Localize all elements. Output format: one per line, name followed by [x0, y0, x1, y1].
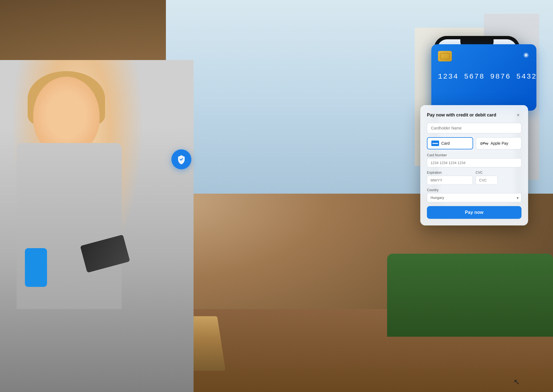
country-wrapper: Hungary United States United Kingdom Ger… — [427, 193, 521, 202]
modal-close-button[interactable]: × — [515, 112, 521, 118]
card-number-label: Card Number — [427, 153, 521, 157]
card-nfc-icon — [522, 51, 530, 59]
cardholder-name-input[interactable] — [427, 123, 521, 133]
modal-header: Pay now with credit or debit card × — [427, 112, 521, 118]
tab-applepay-button[interactable]: @Pay Apple Pay — [476, 137, 521, 149]
card-chip-icon — [438, 51, 452, 61]
person-head — [33, 77, 100, 154]
cvc-label: CVC — [476, 171, 498, 175]
country-select[interactable]: Hungary United States United Kingdom Ger… — [427, 193, 521, 202]
card-number-field-group: Card Number — [427, 153, 521, 167]
person-body — [17, 143, 122, 309]
card-number-input[interactable] — [427, 158, 521, 167]
security-badge — [171, 149, 191, 169]
person-silhouette — [0, 60, 194, 392]
expiration-label: Expiration — [427, 171, 473, 175]
person-phone — [25, 248, 47, 287]
expiry-cvc-row: Expiration CVC — [427, 171, 521, 185]
person-card — [80, 235, 130, 273]
card-number-group1: 1234 — [438, 72, 458, 81]
applepay-icon: @Pay — [480, 142, 488, 145]
payment-modal: Pay now with credit or debit card × Card… — [420, 105, 528, 225]
card-number-group3: 9876 — [490, 72, 511, 81]
background-greenery — [387, 254, 553, 337]
card-number-group4: 5432 — [516, 72, 537, 81]
credit-card-visual: 1234 5678 9876 5432 — [431, 44, 536, 111]
card-number: 1234 5678 9876 5432 — [438, 72, 530, 81]
country-field-group: Country Hungary United States United Kin… — [427, 188, 521, 202]
tab-applepay-label: Apple Pay — [491, 141, 508, 146]
payment-tabs: Card @Pay Apple Pay — [427, 137, 521, 149]
pay-now-button[interactable]: Pay now — [427, 206, 521, 219]
card-number-group2: 5678 — [464, 72, 484, 81]
shield-icon — [176, 154, 186, 164]
tab-card-label: Card — [441, 141, 450, 146]
tab-card-button[interactable]: Card — [427, 137, 473, 149]
card-tab-icon — [431, 141, 439, 146]
cvc-input[interactable] — [476, 176, 498, 185]
expiration-input[interactable] — [427, 176, 473, 185]
modal-title: Pay now with credit or debit card — [427, 113, 496, 118]
cvc-field-group: CVC — [476, 171, 498, 185]
expiration-field-group: Expiration — [427, 171, 473, 185]
country-label: Country — [427, 188, 521, 192]
